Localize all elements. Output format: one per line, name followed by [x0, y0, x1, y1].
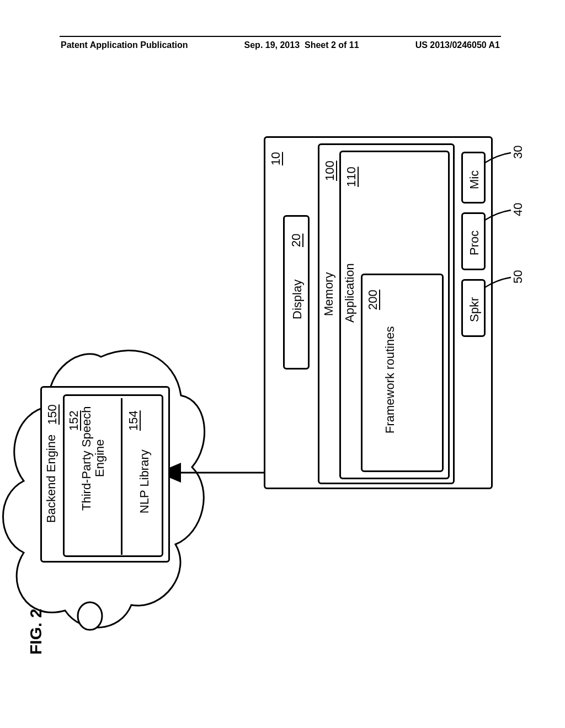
- spkr-box: Spkr: [461, 279, 486, 337]
- backend-label: Backend Engine: [44, 426, 58, 531]
- backend-engine-box: 150 Backend Engine 152 Third-Party Speec…: [40, 386, 170, 563]
- nlp-label: NLP Library: [137, 437, 152, 526]
- display-ref: 20: [289, 222, 303, 247]
- mic-label: Mic: [467, 163, 482, 196]
- nlp-ref: 154: [126, 400, 141, 431]
- speech-label: Third-Party Speech Engine: [80, 400, 119, 516]
- framework-ref: 200: [366, 280, 380, 310]
- memory-label: Memory: [322, 261, 336, 327]
- application-label: Application: [343, 246, 357, 340]
- memory-box: 100 Memory 110 Application 200 Framework…: [318, 143, 455, 484]
- display-box: 20 Display: [283, 215, 310, 370]
- framework-box: 200 Framework routines: [361, 274, 444, 472]
- spkr-label: Spkr: [467, 290, 482, 329]
- device-box: 10 20 Display 100 Memory 110 Application…: [264, 136, 493, 489]
- doc-number: US 2013/0246050 A1: [415, 40, 500, 50]
- memory-ref: 100: [323, 151, 337, 181]
- proc-ref: 40: [511, 197, 525, 222]
- display-label: Display: [290, 266, 305, 333]
- leader-lines-icon: [483, 138, 550, 348]
- date-sheet: Sep. 19, 2013 Sheet 2 of 11: [244, 40, 359, 50]
- proc-box: Proc: [461, 212, 486, 270]
- mic-box: Mic: [461, 152, 486, 204]
- svg-point-0: [78, 602, 102, 630]
- mic-ref: 30: [511, 140, 525, 164]
- publication-label: Patent Application Publication: [61, 40, 188, 50]
- figure-label: FIG. 2: [26, 588, 45, 655]
- spkr-ref: 50: [511, 264, 525, 289]
- figure-diagram: 150 Backend Engine 152 Third-Party Speec…: [60, 114, 501, 644]
- proc-label: Proc: [467, 223, 482, 263]
- framework-label: Framework routines: [383, 319, 414, 441]
- backend-ref: 150: [45, 394, 60, 425]
- device-ref: 10: [269, 143, 283, 165]
- application-ref: 110: [344, 157, 359, 187]
- application-box: 110 Application 200 Framework routines: [339, 151, 450, 479]
- page-header: Patent Application Publication Sep. 19, …: [60, 37, 501, 50]
- speech-nlp-box: 152 Third-Party Speech Engine 154 NLP Li…: [63, 394, 163, 557]
